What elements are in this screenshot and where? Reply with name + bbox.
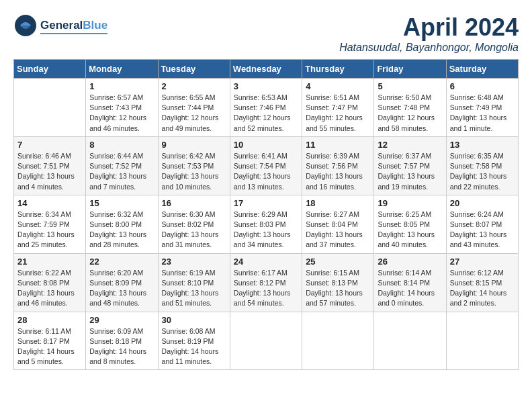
day-info: Sunrise: 6:41 AM Sunset: 7:54 PM Dayligh… [234, 151, 298, 192]
calendar-cell: 25Sunrise: 6:15 AM Sunset: 8:13 PM Dayli… [302, 253, 374, 312]
day-info: Sunrise: 6:39 AM Sunset: 7:56 PM Dayligh… [306, 151, 370, 192]
day-number: 4 [306, 81, 370, 91]
col-sunday: Sunday [14, 60, 86, 79]
calendar-cell [446, 312, 518, 370]
calendar-cell: 16Sunrise: 6:30 AM Sunset: 8:02 PM Dayli… [158, 195, 230, 253]
day-number: 22 [89, 257, 154, 267]
day-number: 14 [17, 198, 82, 208]
calendar-cell: 14Sunrise: 6:34 AM Sunset: 7:59 PM Dayli… [14, 195, 86, 253]
month-title: April 2024 [339, 13, 519, 42]
day-number: 16 [162, 198, 226, 208]
calendar-cell: 17Sunrise: 6:29 AM Sunset: 8:03 PM Dayli… [230, 195, 302, 253]
day-info: Sunrise: 6:29 AM Sunset: 8:03 PM Dayligh… [234, 210, 298, 250]
day-number: 3 [234, 81, 298, 91]
calendar-cell: 21Sunrise: 6:22 AM Sunset: 8:08 PM Dayli… [14, 253, 86, 312]
day-info: Sunrise: 6:44 AM Sunset: 7:52 PM Dayligh… [89, 151, 154, 192]
calendar-cell: 7Sunrise: 6:46 AM Sunset: 7:51 PM Daylig… [14, 136, 86, 195]
logo-general: General [40, 19, 83, 32]
calendar-week-row: 14Sunrise: 6:34 AM Sunset: 7:59 PM Dayli… [14, 195, 519, 253]
calendar-cell [302, 312, 374, 370]
calendar-week-row: 7Sunrise: 6:46 AM Sunset: 7:51 PM Daylig… [14, 136, 519, 195]
day-number: 12 [378, 140, 442, 150]
calendar-cell [374, 312, 446, 370]
day-info: Sunrise: 6:24 AM Sunset: 8:07 PM Dayligh… [450, 210, 515, 250]
calendar-cell: 18Sunrise: 6:27 AM Sunset: 8:04 PM Dayli… [302, 195, 374, 253]
calendar-cell [230, 312, 302, 370]
col-saturday: Saturday [446, 60, 518, 79]
day-number: 5 [378, 81, 442, 91]
calendar-cell: 2Sunrise: 6:55 AM Sunset: 7:44 PM Daylig… [158, 79, 230, 137]
day-info: Sunrise: 6:57 AM Sunset: 7:43 PM Dayligh… [89, 93, 154, 134]
col-tuesday: Tuesday [158, 60, 230, 79]
logo-blue: Blue [83, 19, 107, 32]
calendar-cell: 11Sunrise: 6:39 AM Sunset: 7:56 PM Dayli… [302, 136, 374, 195]
day-number: 9 [162, 140, 226, 150]
title-block: April 2024 Hatansuudal, Bayanhongor, Mon… [339, 13, 519, 54]
calendar-cell: 30Sunrise: 6:08 AM Sunset: 8:19 PM Dayli… [158, 312, 230, 370]
day-info: Sunrise: 6:50 AM Sunset: 7:48 PM Dayligh… [378, 93, 442, 134]
day-info: Sunrise: 6:12 AM Sunset: 8:15 PM Dayligh… [450, 268, 515, 309]
day-info: Sunrise: 6:46 AM Sunset: 7:51 PM Dayligh… [17, 151, 82, 192]
day-info: Sunrise: 6:32 AM Sunset: 8:00 PM Dayligh… [89, 210, 154, 250]
day-info: Sunrise: 6:09 AM Sunset: 8:18 PM Dayligh… [89, 326, 154, 367]
day-number: 28 [17, 315, 82, 325]
day-number: 21 [17, 257, 82, 267]
header: GeneralBlue April 2024 Hatansuudal, Baya… [13, 13, 519, 54]
day-number: 23 [162, 257, 226, 267]
calendar-cell: 26Sunrise: 6:14 AM Sunset: 8:14 PM Dayli… [374, 253, 446, 312]
day-number: 10 [234, 140, 298, 150]
day-info: Sunrise: 6:34 AM Sunset: 7:59 PM Dayligh… [17, 210, 82, 250]
calendar-cell: 27Sunrise: 6:12 AM Sunset: 8:15 PM Dayli… [446, 253, 518, 312]
calendar-cell: 8Sunrise: 6:44 AM Sunset: 7:52 PM Daylig… [86, 136, 158, 195]
calendar-cell: 15Sunrise: 6:32 AM Sunset: 8:00 PM Dayli… [86, 195, 158, 253]
day-info: Sunrise: 6:53 AM Sunset: 7:46 PM Dayligh… [234, 93, 298, 134]
day-number: 27 [450, 257, 515, 267]
calendar-cell: 10Sunrise: 6:41 AM Sunset: 7:54 PM Dayli… [230, 136, 302, 195]
day-number: 17 [234, 198, 298, 208]
day-number: 24 [234, 257, 298, 267]
calendar-cell: 6Sunrise: 6:48 AM Sunset: 7:49 PM Daylig… [446, 79, 518, 137]
day-info: Sunrise: 6:27 AM Sunset: 8:04 PM Dayligh… [306, 210, 370, 250]
day-info: Sunrise: 6:15 AM Sunset: 8:13 PM Dayligh… [306, 268, 370, 309]
calendar-cell: 23Sunrise: 6:19 AM Sunset: 8:10 PM Dayli… [158, 253, 230, 312]
day-info: Sunrise: 6:51 AM Sunset: 7:47 PM Dayligh… [306, 93, 370, 134]
calendar-cell: 24Sunrise: 6:17 AM Sunset: 8:12 PM Dayli… [230, 253, 302, 312]
day-info: Sunrise: 6:42 AM Sunset: 7:53 PM Dayligh… [162, 151, 226, 192]
calendar-cell: 4Sunrise: 6:51 AM Sunset: 7:47 PM Daylig… [302, 79, 374, 137]
logo: GeneralBlue [13, 13, 107, 40]
day-number: 20 [450, 198, 515, 208]
calendar-cell [14, 79, 86, 137]
day-number: 6 [450, 81, 515, 91]
col-friday: Friday [374, 60, 446, 79]
day-number: 2 [162, 81, 226, 91]
day-info: Sunrise: 6:48 AM Sunset: 7:49 PM Dayligh… [450, 93, 515, 134]
day-info: Sunrise: 6:30 AM Sunset: 8:02 PM Dayligh… [162, 210, 226, 250]
calendar-cell: 19Sunrise: 6:25 AM Sunset: 8:05 PM Dayli… [374, 195, 446, 253]
calendar-cell: 12Sunrise: 6:37 AM Sunset: 7:57 PM Dayli… [374, 136, 446, 195]
day-info: Sunrise: 6:22 AM Sunset: 8:08 PM Dayligh… [17, 268, 82, 309]
day-number: 7 [17, 140, 82, 150]
day-info: Sunrise: 6:25 AM Sunset: 8:05 PM Dayligh… [378, 210, 442, 250]
day-info: Sunrise: 6:35 AM Sunset: 7:58 PM Dayligh… [450, 151, 515, 192]
calendar-cell: 1Sunrise: 6:57 AM Sunset: 7:43 PM Daylig… [86, 79, 158, 137]
calendar-cell: 3Sunrise: 6:53 AM Sunset: 7:46 PM Daylig… [230, 79, 302, 137]
day-info: Sunrise: 6:14 AM Sunset: 8:14 PM Dayligh… [378, 268, 442, 309]
day-info: Sunrise: 6:55 AM Sunset: 7:44 PM Dayligh… [162, 93, 226, 134]
location-title: Hatansuudal, Bayanhongor, Mongolia [339, 42, 519, 54]
day-number: 25 [306, 257, 370, 267]
day-number: 1 [89, 81, 154, 91]
calendar-cell: 20Sunrise: 6:24 AM Sunset: 8:07 PM Dayli… [446, 195, 518, 253]
calendar-cell: 29Sunrise: 6:09 AM Sunset: 8:18 PM Dayli… [86, 312, 158, 370]
calendar-cell: 28Sunrise: 6:11 AM Sunset: 8:17 PM Dayli… [14, 312, 86, 370]
day-info: Sunrise: 6:20 AM Sunset: 8:09 PM Dayligh… [89, 268, 154, 309]
day-number: 11 [306, 140, 370, 150]
day-info: Sunrise: 6:08 AM Sunset: 8:19 PM Dayligh… [162, 326, 226, 367]
calendar-week-row: 21Sunrise: 6:22 AM Sunset: 8:08 PM Dayli… [14, 253, 519, 312]
page-wrapper: GeneralBlue April 2024 Hatansuudal, Baya… [13, 13, 519, 370]
day-info: Sunrise: 6:19 AM Sunset: 8:10 PM Dayligh… [162, 268, 226, 309]
day-number: 29 [89, 315, 154, 325]
calendar-header-row: Sunday Monday Tuesday Wednesday Thursday… [14, 60, 519, 79]
col-wednesday: Wednesday [230, 60, 302, 79]
col-monday: Monday [86, 60, 158, 79]
calendar-cell: 5Sunrise: 6:50 AM Sunset: 7:48 PM Daylig… [374, 79, 446, 137]
